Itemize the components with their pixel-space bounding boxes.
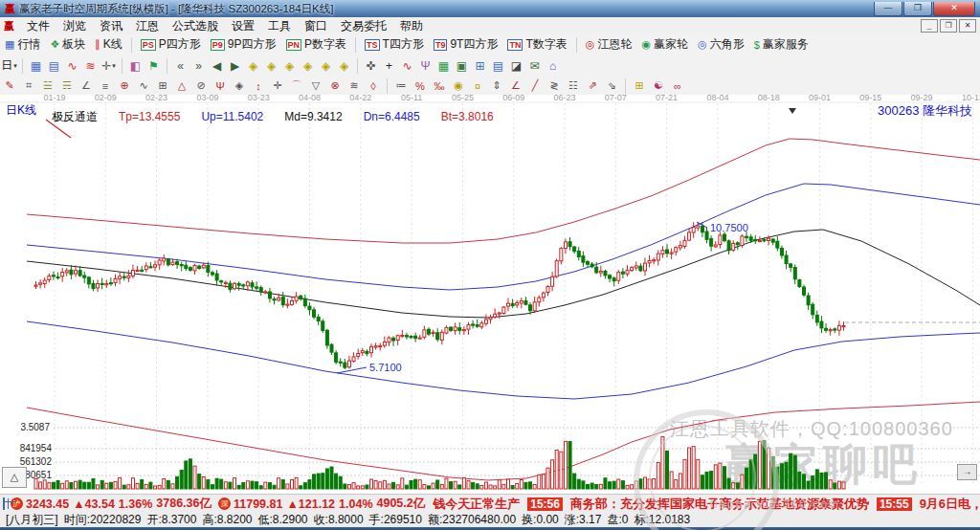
mdi-close-button[interactable]: ✕ bbox=[959, 19, 976, 33]
arrow-se-icon[interactable]: ⇘ bbox=[604, 78, 619, 93]
toolbar-button-9p-square[interactable]: P99P四方形 bbox=[206, 35, 281, 54]
menu-item-window[interactable]: 窗口 bbox=[298, 17, 334, 35]
menu-item-browse[interactable]: 浏览 bbox=[56, 17, 93, 35]
news-item-2[interactable]: 商务部：充分发挥国家电子商务示范基地资源集聚优势 bbox=[570, 496, 869, 513]
currency-tool-icon[interactable]: ¤ bbox=[470, 78, 485, 93]
calendar-icon[interactable]: ▣ bbox=[454, 57, 470, 74]
diamond-tool-2-icon[interactable]: ◈ bbox=[263, 57, 279, 74]
toolbar-button-quotes[interactable]: ▦行情 bbox=[0, 35, 45, 54]
menu-item-settings[interactable]: 设置 bbox=[225, 17, 261, 35]
pane-toggle-button[interactable]: △ bbox=[2, 467, 27, 488]
diamond-tool-6-icon[interactable]: ◈ bbox=[336, 57, 352, 74]
mdi-restore-button[interactable]: ❐ bbox=[940, 19, 957, 33]
toolbar-button-t-square[interactable]: TST四方形 bbox=[360, 35, 429, 54]
hand-tool-icon[interactable]: ✜ bbox=[363, 57, 379, 74]
updown-scale-icon[interactable]: ⇕ bbox=[489, 78, 504, 93]
period-day-dropdown[interactable]: 日▾ bbox=[1, 57, 17, 74]
nav-next-icon[interactable]: ▶ bbox=[227, 57, 243, 74]
toolbar-button-sectors[interactable]: ❖板块 bbox=[45, 35, 90, 54]
pin-tool-icon[interactable]: ✛▾ bbox=[100, 57, 117, 74]
calculator-icon[interactable]: ⊞ bbox=[472, 57, 488, 74]
toolbar-button-9t-square[interactable]: T99T四方形 bbox=[429, 35, 503, 54]
scroll-right-button[interactable]: → bbox=[957, 464, 977, 480]
news-item-3[interactable]: 9月6日电，日本首相岸田文 bbox=[920, 496, 980, 513]
remote-icon[interactable]: ⌂ bbox=[545, 57, 561, 74]
fan-tool-icon[interactable]: Ψ bbox=[212, 78, 228, 93]
flag-mark-icon[interactable]: ⚑ bbox=[145, 57, 162, 74]
toolbar-button-p-table[interactable]: PNP数字表 bbox=[281, 35, 352, 54]
arc-tool-icon[interactable]: ⌒ bbox=[289, 78, 304, 93]
circle-cross-icon[interactable]: ⊕ bbox=[117, 78, 132, 93]
toolbar-button-t-table[interactable]: TNT数字表 bbox=[502, 35, 571, 54]
lines-tool-icon[interactable]: ≡ bbox=[98, 78, 113, 93]
tri-down-icon[interactable]: ▽ bbox=[308, 78, 323, 93]
wave-count-icon[interactable]: ∿ bbox=[399, 57, 415, 74]
toolbar-button-p-square[interactable]: PSP四方形 bbox=[136, 35, 206, 54]
diamond-tool-5-icon[interactable]: ◈ bbox=[318, 57, 334, 74]
grid-small-icon[interactable]: ⊞ bbox=[632, 78, 647, 93]
diamond-draw-icon[interactable]: ◈ bbox=[232, 78, 247, 93]
times-circle-icon[interactable]: ⊗ bbox=[327, 78, 343, 93]
panel-icon[interactable]: ▤ bbox=[46, 57, 62, 74]
restore-button[interactable]: ❐ bbox=[903, 2, 932, 16]
save-icon[interactable]: ◪ bbox=[508, 57, 524, 74]
hexagram-2-icon[interactable]: ☴ bbox=[59, 78, 75, 93]
menu-item-gann[interactable]: 江恩 bbox=[129, 17, 166, 35]
trend-line-icon[interactable]: ∿ bbox=[64, 57, 80, 74]
trend-wave-icon[interactable]: ≋ bbox=[82, 57, 99, 74]
minimize-button[interactable]: — bbox=[874, 2, 902, 16]
square-tool-icon[interactable]: ⊞ bbox=[155, 78, 170, 93]
slash-line-icon[interactable]: ╱ bbox=[527, 78, 543, 93]
hexagram-1-icon[interactable]: ☱ bbox=[40, 78, 56, 93]
mdi-minimize-button[interactable]: _ bbox=[921, 19, 938, 33]
mail-icon[interactable]: ✉ bbox=[526, 57, 543, 74]
trigram-icon[interactable]: ☷ bbox=[566, 78, 581, 93]
toolbar-button-winner-wheel[interactable]: ◉赢家轮 bbox=[636, 35, 693, 54]
golden-section-icon[interactable]: ◉ bbox=[451, 78, 466, 93]
pencil-icon[interactable]: ✎ bbox=[2, 78, 17, 93]
angle-tool-icon[interactable]: ∠ bbox=[78, 78, 94, 93]
percent-icon[interactable]: % bbox=[412, 78, 428, 93]
slash-circle-icon[interactable]: ⊘ bbox=[193, 78, 209, 93]
menu-item-trade[interactable]: 交易委托 bbox=[334, 17, 393, 35]
updown-tool-icon[interactable]: ↕ bbox=[251, 78, 266, 93]
waves-icon[interactable]: ≋ bbox=[346, 78, 362, 93]
menu-item-news[interactable]: 资讯 bbox=[93, 17, 129, 35]
chart-area[interactable]: 江恩工具软件，QQ:100800360 赢家聊吧 01-1902-0902-23… bbox=[0, 95, 980, 494]
menu-item-help[interactable]: 帮助 bbox=[393, 17, 430, 35]
diamond-tool-4-icon[interactable]: ◈ bbox=[300, 57, 316, 74]
crosshair-tool-icon[interactable]: + bbox=[381, 57, 397, 74]
nav-last-icon[interactable]: » bbox=[190, 57, 207, 74]
toolbar-button-kline[interactable]: ∥K线 bbox=[90, 35, 127, 54]
diamond2-icon[interactable]: ◊ bbox=[366, 78, 381, 93]
news-item-1[interactable]: 钱今天正常生产 bbox=[433, 496, 520, 513]
permille-icon[interactable]: ‰ bbox=[432, 78, 447, 93]
kline-chart[interactable]: 01-1902-0902-2303-0903-2304-0804-2205-11… bbox=[0, 95, 980, 494]
ratio-tool-icon[interactable]: ≔ bbox=[393, 78, 409, 93]
wave-tool-icon[interactable]: ∿ bbox=[136, 78, 151, 93]
toolbar-button-winner-service[interactable]: $赢家服务 bbox=[749, 35, 813, 54]
triangle-tool-icon[interactable]: △ bbox=[174, 78, 189, 93]
report-icon[interactable]: ▤ bbox=[490, 57, 506, 74]
data-table-icon[interactable]: ▦ bbox=[435, 57, 452, 74]
close-button[interactable]: ✕ bbox=[933, 2, 975, 16]
window-layout-icon[interactable]: ▦ bbox=[28, 57, 44, 74]
greater-less-icon[interactable]: ≷ bbox=[546, 78, 562, 93]
gann-grid-icon[interactable]: ⌗ bbox=[21, 78, 36, 93]
nav-prev-icon[interactable]: ◀ bbox=[209, 57, 225, 74]
gann-fan-icon[interactable]: Ψ bbox=[417, 57, 434, 74]
cross-tool-icon[interactable]: ✛ bbox=[270, 78, 285, 93]
nav-first-icon[interactable]: « bbox=[172, 57, 189, 74]
menu-item-formula[interactable]: 公式选股 bbox=[166, 17, 225, 35]
angle-line-icon[interactable]: ∠ bbox=[508, 78, 523, 93]
diamond-tool-1-icon[interactable]: ◈ bbox=[245, 57, 261, 74]
diamond-tool-3-icon[interactable]: ◈ bbox=[281, 57, 298, 74]
market-grid-icon[interactable] bbox=[3, 497, 5, 510]
toolbar-button-gann-wheel[interactable]: ◎江恩轮 bbox=[581, 35, 637, 54]
sh-index-value[interactable]: 3243.45 bbox=[26, 497, 69, 511]
sz-index-value[interactable]: 11799.81 bbox=[234, 497, 282, 511]
infinity-icon[interactable]: ∞ bbox=[670, 78, 685, 93]
taiji-icon[interactable]: ☯ bbox=[651, 78, 666, 93]
menu-item-tools[interactable]: 工具 bbox=[261, 17, 298, 35]
overlay-chart-icon[interactable]: ◧ bbox=[127, 57, 144, 74]
